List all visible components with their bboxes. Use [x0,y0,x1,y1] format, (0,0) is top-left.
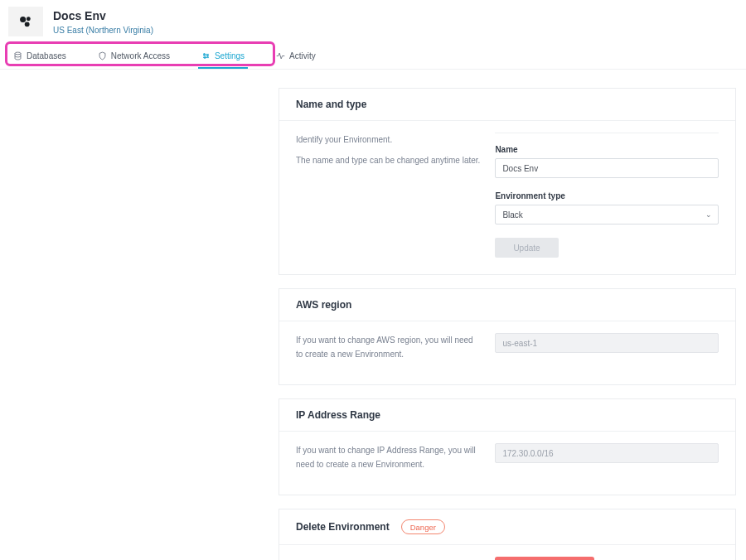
name-input[interactable] [495,158,719,178]
environment-title: Docs Env [53,8,153,23]
page-header: Docs Env US East (Northern Virginia) [0,0,746,41]
shield-icon [98,51,107,60]
tab-network-access[interactable]: Network Access [93,48,175,64]
readonly-value: us-east-1 [502,339,537,348]
card-header: AWS region [279,289,735,321]
environment-region: US East (Northern Virginia) [53,26,153,35]
desc-line: If you want to change IP Address Range, … [296,443,482,471]
tab-label: Network Access [111,51,170,60]
type-label: Environment type [495,191,719,200]
card-description: Identify your Environment. The name and … [296,133,482,258]
card-title: IP Address Range [296,409,380,421]
card-aws-region: AWS region If you want to change AWS reg… [279,288,736,385]
tab-activity[interactable]: Activity [271,48,321,64]
environment-type-select[interactable]: Black [495,205,719,224]
readonly-value: 172.30.0.0/16 [502,449,553,458]
svg-point-4 [203,54,205,56]
settings-icon [201,51,211,60]
tab-label: Activity [289,51,316,60]
tab-settings[interactable]: Settings [196,48,249,64]
name-label: Name [495,145,719,154]
tab-label: Settings [215,51,245,60]
update-button[interactable]: Update [495,238,558,258]
svg-point-1 [27,17,31,21]
card-header: Name and type [279,89,735,121]
header-text: Docs Env US East (Northern Virginia) [53,8,153,34]
desc-line: Identify your Environment. [296,133,482,147]
card-name-and-type: Name and type Identify your Environment.… [279,88,736,275]
desc-line: Please take into account that all deploy… [296,557,482,560]
settings-content: Name and type Identify your Environment.… [279,70,736,560]
database-icon [13,51,22,60]
aws-region-field: us-east-1 [495,333,719,353]
card-delete-environment: Delete Environment Danger Please take in… [279,509,736,560]
svg-point-6 [204,57,206,59]
svg-point-3 [15,52,21,55]
activity-icon [276,51,285,60]
environment-icon [8,7,43,36]
svg-point-0 [21,17,26,22]
svg-point-2 [25,22,29,27]
card-title: Delete Environment [296,521,390,533]
ip-range-field: 172.30.0.0/16 [495,443,719,463]
desc-line: If you want to change AWS region, you wi… [296,333,482,361]
delete-environment-button[interactable]: Delete Environment [495,557,594,560]
card-title: AWS region [296,299,351,311]
card-ip-range: IP Address Range If you want to change I… [279,398,736,495]
desc-line: The name and type can be changed anytime… [296,153,482,167]
card-header: IP Address Range [279,399,735,432]
danger-badge: Danger [401,519,445,534]
card-title: Name and type [296,99,366,110]
tab-label: Databases [27,51,66,60]
button-label: Update [513,244,540,253]
tab-bar: Databases Network Access Settings Activi… [0,41,746,70]
svg-point-5 [207,56,209,57]
card-description: If you want to change IP Address Range, … [296,443,482,478]
card-description: Please take into account that all deploy… [296,557,482,560]
card-header: Delete Environment Danger [279,509,735,545]
tab-databases[interactable]: Databases [8,48,71,64]
badge-label: Danger [410,523,436,532]
divider [495,133,719,133]
card-description: If you want to change AWS region, you wi… [296,333,482,368]
select-value: Black [502,210,522,220]
